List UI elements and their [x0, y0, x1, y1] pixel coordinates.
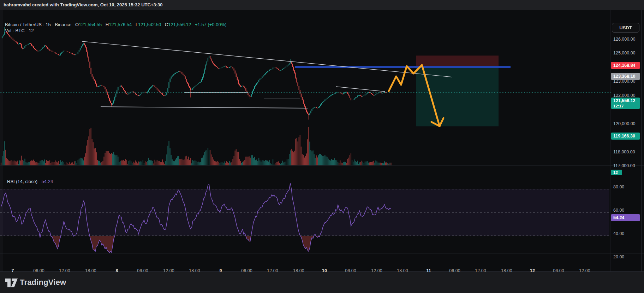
- close-value: 121,556.12: [168, 22, 191, 27]
- chart-canvas[interactable]: [0, 10, 644, 271]
- trendline-1: [82, 41, 452, 77]
- bottom-toolbar: TradingView: [0, 271, 644, 293]
- rsi-tick-label: 60.00: [613, 208, 624, 213]
- volume-value: 12: [29, 28, 34, 33]
- rsi-tick-label: 40.00: [613, 231, 624, 236]
- price-tick-label: 122,000.00: [613, 93, 636, 98]
- time-label-hour: 06:00: [553, 268, 564, 273]
- time-label-hour: 12:00: [579, 268, 590, 273]
- drawings: [0, 41, 611, 126]
- support-line-3: [101, 107, 308, 108]
- low-value: 121,542.50: [138, 22, 161, 27]
- time-label-day: 10: [322, 268, 327, 273]
- open-value: 121,554.55: [79, 22, 102, 27]
- time-label-hour: 18:00: [85, 268, 96, 273]
- time-label-day: 8: [116, 268, 118, 273]
- time-label-hour: 18:00: [397, 268, 408, 273]
- time-label-day: 7: [12, 268, 14, 273]
- time-label-hour: 18:00: [293, 268, 304, 273]
- time-label-hour: 06:00: [345, 268, 356, 273]
- rsi-label: RSI (14, close): [7, 179, 37, 184]
- time-label-hour: 12:00: [371, 268, 382, 273]
- trendline-2: [336, 87, 385, 92]
- resistance-level-line: [295, 66, 511, 68]
- attribution-bar: bahramvahd created with TradingView.com,…: [0, 0, 644, 10]
- time-label-hour: 06:00: [241, 268, 252, 273]
- time-label-hour: 18:00: [501, 268, 512, 273]
- short-stop-zone: [416, 55, 499, 67]
- tradingview-logo-icon[interactable]: [5, 277, 18, 288]
- volume-label: Vol · BTC: [5, 28, 25, 33]
- time-label-hour: 12:00: [475, 268, 486, 273]
- time-label-day: 11: [426, 268, 431, 273]
- time-label-hour: 06:00: [449, 268, 460, 273]
- time-label-day: 12: [530, 268, 535, 273]
- open-label: O: [75, 22, 79, 27]
- high-value: 121,576.54: [109, 22, 132, 27]
- currency-toggle-button[interactable]: USDT: [612, 23, 639, 33]
- volume-legend[interactable]: Vol · BTC 12: [5, 28, 34, 33]
- rsi-tick-label: 80.00: [613, 184, 624, 189]
- time-label-hour: 18:00: [189, 268, 200, 273]
- time-label-hour: 12:00: [267, 268, 278, 273]
- high-label: H: [106, 22, 109, 27]
- candle-series: [1, 27, 392, 120]
- price-tick-label: 117,000.00: [613, 163, 635, 168]
- close-label: C: [165, 22, 168, 27]
- symbol-legend[interactable]: Bitcoin / TetherUS · 15 · Binance O121,5…: [5, 22, 227, 27]
- price-tick-label: 126,000.00: [613, 37, 636, 42]
- volume-series: [1, 127, 392, 165]
- change-value: +1.57 (+0.00%): [195, 22, 227, 27]
- rsi-legend[interactable]: RSI (14, close) 54.24: [7, 179, 53, 184]
- price-badge: 123,368.10: [611, 73, 640, 80]
- price-badge: 121,556.1212:17: [611, 98, 640, 109]
- rsi-pane: [0, 183, 609, 253]
- price-tick-label: 120,000.00: [613, 121, 636, 126]
- time-label-hour: 12:00: [163, 268, 174, 273]
- price-badge: 54.24: [611, 214, 640, 221]
- price-badge: 119,166.30: [611, 133, 640, 140]
- short-profit-zone: [416, 67, 499, 126]
- price-tick-label: 118,000.00: [613, 150, 635, 154]
- attribution-text: bahramvahd created with TradingView.com,…: [4, 2, 163, 7]
- rsi-tick-label: 20.00: [613, 254, 624, 259]
- time-label-hour: 06:00: [33, 268, 44, 273]
- time-label-hour: 12:00: [59, 268, 70, 273]
- brand-name[interactable]: TradingView: [20, 278, 66, 287]
- time-label-hour: 06:00: [137, 268, 148, 273]
- price-tick-label: 125,000.00: [613, 51, 636, 55]
- time-label-day: 9: [220, 268, 222, 273]
- price-badge: 124,168.84: [611, 62, 640, 69]
- chart-area: Bitcoin / TetherUS · 15 · Binance O121,5…: [0, 10, 644, 271]
- rsi-value: 54.24: [42, 179, 53, 184]
- price-badge: 12: [611, 170, 622, 175]
- symbol-title: Bitcoin / TetherUS · 15 · Binance: [5, 22, 71, 27]
